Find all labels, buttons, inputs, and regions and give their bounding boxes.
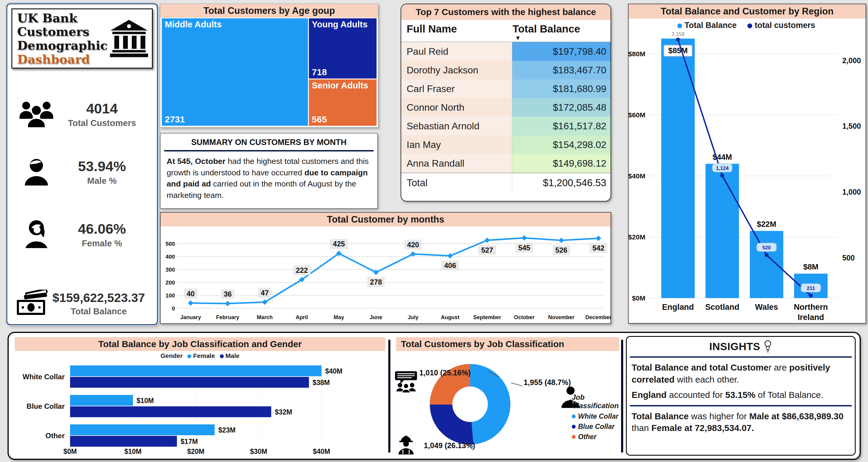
svg-text:$85M: $85M [668,46,688,55]
kpi-label: Female % [59,239,145,248]
table-row[interactable]: Anna Randall$149,698.12 [401,154,611,173]
bar-white-collar-female[interactable] [70,365,321,376]
legend-item-blue-collar[interactable]: Blue Collar [572,423,622,431]
column-header-full-name[interactable]: Full Name [407,23,513,41]
callout-connector [511,382,522,386]
summary-title: SUMMARY ON CUSTOMERS BY MONTH [163,138,375,147]
gender-legend: GenderFemaleMale [12,352,388,360]
table-row[interactable]: Paul Reid$197,798.40 [401,42,611,61]
line-point-july[interactable] [410,251,416,257]
sort-descending-icon[interactable]: ▼ [515,35,606,41]
svg-text:$10M: $10M [124,448,142,455]
kpi-value: 4014 [59,100,145,117]
cell-full-name: Anna Randall [401,154,512,173]
insight-gender-balance: Total Balance was higher for Male at $86… [631,410,850,434]
svg-text:520: 520 [763,245,771,251]
table-row[interactable]: Carl Fraser$181,680.99 [401,80,611,98]
job-gender-bar-chart[interactable]: $0M$10M$20M$30M$40MWhite Collar$40M$38MB… [12,361,388,456]
treemap-block-young-adults[interactable]: Young Adults 718 [309,18,377,79]
svg-text:$30M: $30M [250,448,268,455]
legend-item-other[interactable]: Other [572,433,622,441]
treemap-title: Total Customers by Age goup [160,4,378,18]
svg-text:222: 222 [296,266,308,274]
column-header-total-balance[interactable]: Total Balance ▼ [513,23,606,41]
treemap-block-label: Middle Adults [165,20,222,29]
table-row[interactable]: Connor North$172,085.48 [401,98,611,117]
treemap-block-label: Young Adults [312,20,368,29]
svg-text:1,124: 1,124 [716,165,729,171]
logo-line-2: Customers [17,25,109,38]
cell-total-balance: $161,517.82 [512,117,611,135]
cell-total-balance: $181,680.99 [512,80,611,98]
table-row[interactable]: Sebastian Arnold$161,517.82 [401,117,611,135]
summary-text: At 545, October had the highest total cu… [166,156,371,201]
line-point-scotland[interactable] [720,174,724,178]
line-point-february[interactable] [225,301,230,306]
svg-text:Blue Collar: Blue Collar [27,402,65,410]
legend-item-total-balance[interactable]: Total Balance [677,21,737,30]
lightbulb-icon [763,339,772,354]
svg-text:425: 425 [333,240,345,248]
line-point-december[interactable] [596,236,601,241]
kpi-panel: UK Bank Customers Demographic Dashboard [7,4,158,325]
svg-text:January: January [180,314,201,320]
insights-heading: INSIGHTS [627,339,855,354]
bar-scotland[interactable] [706,164,739,298]
svg-text:$0M: $0M [63,448,77,455]
donut-callout-blue-collar: 1,049 (26.13%) [424,441,475,450]
legend-item-white-collar[interactable]: White Collar [572,412,622,421]
bar-other-male[interactable] [70,436,177,446]
svg-text:December: December [585,314,611,320]
svg-text:$17M: $17M [181,438,198,445]
months-line-chart[interactable]: 010020030040050040January36February47Mar… [161,226,611,325]
legend-item-total-customers[interactable]: total customers [747,21,815,30]
cell-total-balance: $154,298.02 [512,135,611,154]
job-donut-section: Total Customers by Job Classification 1,… [394,335,622,457]
line-point-northern-ireland[interactable] [809,294,813,298]
svg-text:Ireland: Ireland [798,313,824,322]
svg-text:300: 300 [165,267,175,273]
logo-title: UK Bank Customers Demographic Dashboard [17,11,109,66]
treemap-block-value: 718 [312,67,327,77]
line-point-november[interactable] [559,238,564,243]
line-point-october[interactable] [522,235,527,241]
bar-white-collar-male[interactable] [70,377,309,388]
svg-text:400: 400 [165,253,175,260]
svg-text:$80M: $80M [629,50,645,58]
svg-text:406: 406 [444,261,456,270]
kpi-label: Total Customers [59,118,145,128]
line-point-england[interactable] [676,38,680,41]
line-point-june[interactable] [373,270,379,275]
total-value: $1,200,546.53 [512,173,611,192]
bar-blue-collar-male[interactable] [70,406,271,417]
svg-text:542: 542 [592,244,604,252]
line-point-august[interactable] [447,253,453,259]
money-icon [14,290,52,317]
line-point-wales[interactable] [765,253,769,257]
cell-full-name: Paul Reid [401,42,512,61]
svg-text:200: 200 [165,279,175,286]
svg-text:July: July [407,314,418,320]
treemap-block-senior-adults[interactable]: Senior Adults 565 [309,80,377,126]
svg-text:526: 526 [555,246,567,254]
table-header: Full Name Total Balance ▼ [401,20,611,42]
treemap-block-middle-adults[interactable]: Middle Adults 2731 [162,18,308,126]
bar-other-female[interactable] [70,424,215,435]
svg-text:1,500: 1,500 [842,122,861,130]
region-legend: Total Balancetotal customers [629,19,866,32]
table-row[interactable]: Ian May$154,298.02 [401,135,611,154]
svg-text:278: 278 [370,278,382,286]
bar-wales[interactable] [750,231,783,298]
line-point-september[interactable] [485,238,490,243]
line-point-january[interactable] [188,301,193,306]
months-chart-title: Total Customer by months [161,213,611,226]
insight-england: England accounted for 53.15% of Total Ba… [631,389,850,401]
bar-blue-collar-female[interactable] [70,395,133,406]
legend-item-female[interactable]: Female [187,352,215,360]
legend-item-male[interactable]: Male [220,352,240,360]
logo-line-4: Dashboard [17,52,109,66]
svg-text:211: 211 [807,285,815,291]
logo-line-1: UK Bank [17,11,109,25]
table-row[interactable]: Dorothy Jackson$183,467.70 [401,61,611,80]
region-combo-chart[interactable]: $0M$20M$40M$60M$80M5001,0001,5002,0002,1… [629,32,866,324]
